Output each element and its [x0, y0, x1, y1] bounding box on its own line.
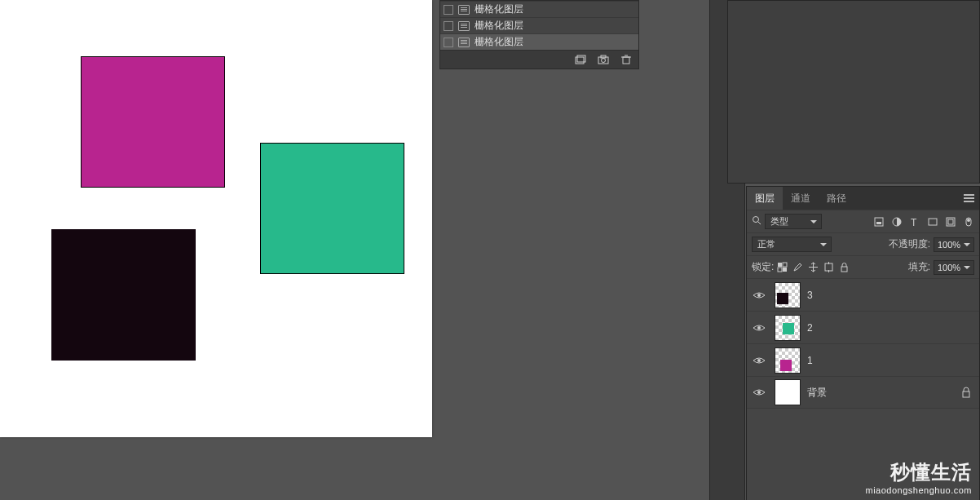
fill-label: 填充:: [908, 260, 930, 274]
visibility-icon[interactable]: [753, 290, 766, 300]
layer-item[interactable]: 1: [747, 343, 979, 376]
svg-rect-14: [929, 219, 937, 225]
filter-icons: T: [873, 216, 974, 228]
lock-label: 锁定:: [752, 260, 774, 274]
svg-rect-19: [778, 263, 782, 267]
context-menu-footer: [440, 50, 638, 69]
lock-move-icon[interactable]: [808, 262, 819, 272]
tab-layers[interactable]: 图层: [747, 187, 783, 210]
svg-line-9: [758, 222, 761, 224]
filter-type-select[interactable]: 类型: [765, 214, 822, 229]
svg-rect-16: [948, 219, 953, 224]
trash-icon[interactable]: [620, 55, 632, 64]
context-menu-item[interactable]: 栅格化图层: [440, 1, 638, 17]
layer-item[interactable]: 2: [747, 311, 979, 343]
shape-teal-rect[interactable]: [260, 143, 404, 274]
svg-point-30: [757, 326, 761, 330]
svg-rect-5: [623, 57, 629, 64]
checkbox-icon[interactable]: [444, 38, 453, 47]
lock-all-icon[interactable]: [839, 262, 850, 272]
svg-point-3: [602, 59, 606, 63]
blend-mode-select[interactable]: 正常: [752, 237, 832, 252]
lock-row: 锁定: 填充: 100%: [747, 255, 979, 278]
layer-doc-icon: [458, 5, 470, 15]
layer-thumbnail[interactable]: [775, 315, 801, 341]
visibility-icon[interactable]: [753, 356, 766, 365]
svg-rect-33: [963, 392, 969, 397]
layer-thumbnail[interactable]: [775, 379, 801, 405]
svg-point-31: [757, 359, 761, 362]
search-icon: [752, 215, 761, 228]
filter-pixel-icon[interactable]: [873, 216, 885, 228]
lock-brush-icon[interactable]: [792, 262, 803, 272]
empty-panel-area: [727, 0, 980, 184]
panel-tabs: 图层 通道 路径: [747, 187, 979, 210]
svg-point-29: [757, 294, 761, 297]
lock-icon: [961, 387, 971, 398]
context-menu-item-label: 栅格化图层: [475, 35, 523, 49]
checkbox-icon[interactable]: [444, 21, 453, 31]
context-menu-item-selected[interactable]: 栅格化图层: [440, 33, 638, 50]
lock-artboard-icon[interactable]: [823, 262, 834, 272]
filter-shape-icon[interactable]: [927, 216, 938, 228]
svg-point-18: [967, 219, 970, 222]
blend-mode-row: 正常 不透明度: 100%: [747, 232, 979, 255]
layer-doc-icon: [458, 21, 470, 31]
layer-doc-icon: [458, 38, 470, 47]
context-menu-item-label: 栅格化图层: [475, 19, 523, 33]
opacity-value[interactable]: 100%: [934, 237, 974, 252]
layers-panel: 图层 通道 路径 类型 T 正常 不透明度: 100% 锁定:: [746, 186, 980, 500]
filter-adjust-icon[interactable]: [891, 216, 903, 228]
visibility-icon[interactable]: [753, 387, 766, 397]
panel-menu-icon[interactable]: [958, 187, 979, 210]
layer-item-background[interactable]: 背景: [747, 376, 979, 409]
svg-rect-28: [841, 267, 847, 272]
layer-filter-row: 类型 T: [747, 210, 979, 232]
svg-text:T: T: [911, 217, 917, 228]
opacity-label: 不透明度:: [889, 237, 930, 251]
fill-value[interactable]: 100%: [934, 260, 974, 275]
camera-icon[interactable]: [598, 55, 609, 64]
document-canvas[interactable]: [0, 0, 432, 437]
filter-smart-icon[interactable]: [945, 216, 956, 228]
layer-name[interactable]: 3: [807, 290, 813, 301]
visibility-icon[interactable]: [753, 323, 766, 333]
svg-rect-11: [876, 222, 881, 224]
layer-item[interactable]: 3: [747, 278, 979, 311]
layer-thumbnail[interactable]: [775, 347, 801, 374]
filter-type-icon[interactable]: T: [909, 216, 920, 228]
shape-black-rect[interactable]: [51, 229, 196, 361]
svg-rect-22: [778, 268, 782, 272]
context-menu-panel: 栅格化图层 栅格化图层 栅格化图层: [439, 0, 639, 69]
new-layer-icon[interactable]: [575, 55, 586, 64]
svg-rect-21: [783, 263, 787, 267]
svg-rect-25: [825, 263, 832, 271]
lock-transparent-icon[interactable]: [777, 262, 788, 272]
shape-magenta-rect[interactable]: [81, 56, 225, 188]
tab-channels[interactable]: 通道: [783, 187, 819, 210]
checkbox-icon[interactable]: [444, 5, 453, 15]
layer-thumbnail[interactable]: [775, 282, 801, 308]
tab-paths[interactable]: 路径: [819, 187, 854, 210]
svg-rect-20: [783, 268, 787, 272]
svg-point-8: [753, 217, 759, 223]
layer-list: 3 2 1 背景: [747, 278, 979, 409]
layer-name[interactable]: 1: [807, 355, 813, 366]
context-menu-item-label: 栅格化图层: [475, 2, 523, 16]
svg-point-32: [757, 391, 761, 394]
filter-toggle-icon[interactable]: [963, 216, 974, 228]
layer-name[interactable]: 背景: [807, 386, 827, 400]
layer-name[interactable]: 2: [807, 322, 813, 334]
context-menu-item[interactable]: 栅格化图层: [440, 17, 638, 33]
